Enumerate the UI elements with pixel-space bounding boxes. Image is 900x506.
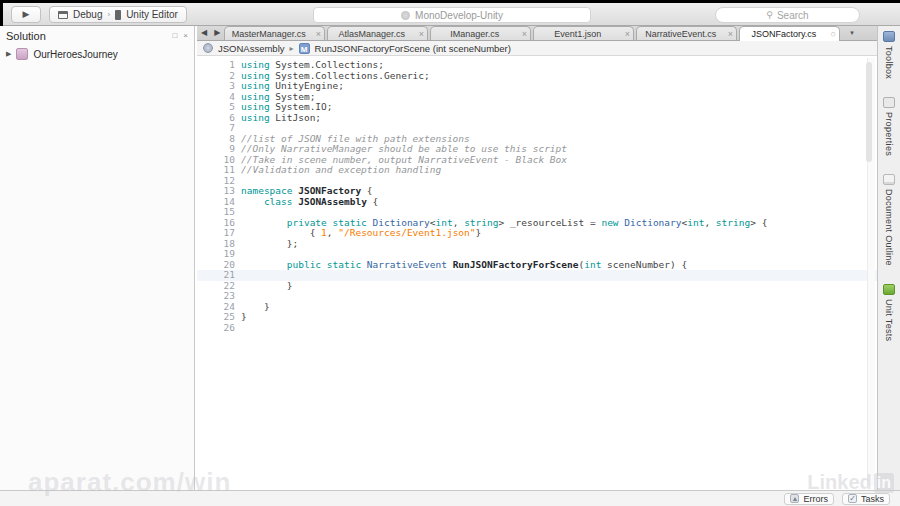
properties-icon — [883, 97, 895, 108]
search-input[interactable]: ⚲ Search — [715, 7, 860, 23]
solution-panel-title: Solution — [6, 30, 46, 42]
run-button[interactable]: ▶ — [11, 6, 41, 23]
tab-narrativeevent-cs[interactable]: NarrativeEvent.cs× — [636, 26, 737, 40]
dock-tab-document-outline[interactable]: Document Outline — [883, 174, 895, 266]
line-text: //Validation and exception handling — [241, 165, 441, 176]
line-number: 3 — [197, 81, 235, 92]
tasks-pad-button[interactable]: ✓ Tasks — [842, 493, 890, 505]
status-bar: ▲ Errors ✓ Tasks — [0, 490, 900, 506]
line-text: }; — [241, 239, 298, 250]
breadcrumb: JSONAssembly ▸ M RunJSONFactoryForScene … — [197, 41, 877, 56]
code-line: 21 — [197, 270, 877, 281]
app-title: MonoDevelop-Unity — [415, 10, 503, 21]
line-number: 15 — [197, 207, 235, 218]
tab-jsonfactory-cs[interactable]: JSONFactory.cs○ — [739, 26, 840, 41]
tab-label[interactable]: Event1.json — [534, 29, 621, 39]
tab-close-icon[interactable]: × — [724, 29, 736, 39]
tab-event1-json[interactable]: Event1.json× — [533, 26, 634, 40]
tab-label[interactable]: MasterManager.cs — [225, 29, 312, 39]
code-line: 6using LitJson; — [197, 113, 877, 124]
tab-close-icon[interactable]: × — [312, 29, 324, 39]
solution-panel-header: Solution □ × — [0, 26, 194, 45]
tab-bar-tabs: MasterManager.cs×AtlasManager.cs×IManage… — [224, 26, 842, 40]
line-number: 5 — [197, 102, 235, 113]
dock-tab-label[interactable]: Toolbox — [884, 46, 894, 79]
method-icon: M — [299, 43, 310, 54]
search-icon: ⚲ — [766, 10, 773, 20]
nav-back-button[interactable]: ◀ — [201, 28, 207, 37]
tab-label[interactable]: NarrativeEvent.cs — [637, 29, 724, 39]
device-icon — [115, 10, 121, 20]
code-line: 23 — [197, 291, 877, 302]
unit-tests-icon — [883, 284, 895, 295]
code-line: 24 } — [197, 302, 877, 313]
line-number: 7 — [197, 123, 235, 134]
document-outline-icon — [883, 174, 895, 185]
code-line: 25} — [197, 312, 877, 323]
breadcrumb-assembly[interactable]: JSONAssembly — [218, 43, 285, 54]
line-number: 19 — [197, 249, 235, 260]
dock-tab-label[interactable]: Properties — [884, 112, 894, 156]
tab-close-icon[interactable]: × — [621, 29, 633, 39]
errors-pad-button[interactable]: ▲ Errors — [784, 493, 834, 505]
close-panel-icon[interactable]: × — [183, 31, 188, 40]
scrollbar-thumb[interactable] — [866, 62, 872, 162]
editor-scrollbar[interactable] — [867, 58, 875, 486]
line-text: } — [241, 281, 292, 292]
tab-overflow-button[interactable]: ▾ — [844, 26, 860, 40]
errors-label: Errors — [803, 494, 828, 504]
dock-tab-unit-tests[interactable]: Unit Tests — [883, 284, 895, 341]
check-icon: ✓ — [848, 494, 857, 503]
code-line: 22 } — [197, 281, 877, 292]
assembly-icon — [203, 43, 213, 53]
solution-tree-item[interactable]: ▶ OurHeroesJourney — [0, 45, 194, 60]
document-tab-bar: ◀ ▶ MasterManager.cs×AtlasManager.cs×IMa… — [197, 26, 877, 41]
toolbox-icon — [883, 31, 895, 42]
line-text: public static NarrativeEvent RunJSONFact… — [241, 260, 687, 271]
project-icon — [16, 48, 28, 60]
breadcrumb-member[interactable]: RunJSONFactoryForScene (int sceneNumber) — [315, 43, 511, 54]
tab-label[interactable]: IManager.cs — [431, 29, 518, 39]
tab-label[interactable]: AtlasManager.cs — [328, 29, 415, 39]
line-text: using LitJson; — [241, 113, 321, 124]
dock-tab-toolbox[interactable]: Toolbox — [883, 31, 895, 79]
monodevelop-window: ▶ Debug › Unity Editor MonoDevelop-Unity… — [0, 0, 900, 506]
tab-label[interactable]: JSONFactory.cs — [740, 29, 827, 39]
tab-modified-icon[interactable]: ○ — [827, 29, 839, 39]
breadcrumb-separator-icon: ▸ — [290, 44, 294, 53]
editor-area: ◀ ▶ MasterManager.cs×AtlasManager.cs×IMa… — [197, 26, 877, 490]
dock-tab-label[interactable]: Unit Tests — [884, 299, 894, 341]
nav-forward-button[interactable]: ▶ — [214, 28, 220, 37]
line-number: 13 — [197, 186, 235, 197]
tab-close-icon[interactable]: × — [415, 29, 427, 39]
tab-close-icon[interactable]: × — [518, 29, 530, 39]
code-lines: 1using System.Collections;2using System.… — [197, 60, 877, 333]
tasks-label: Tasks — [861, 494, 884, 504]
dock-icon[interactable]: □ — [172, 31, 177, 40]
expander-icon[interactable]: ▶ — [6, 50, 11, 58]
play-icon: ▶ — [23, 9, 30, 19]
tab-imanager-cs[interactable]: IManager.cs× — [430, 26, 531, 40]
run-target-label[interactable]: Unity Editor — [126, 9, 178, 20]
window-icon — [58, 11, 68, 19]
line-text: class JSONAssembly { — [241, 197, 378, 208]
tab-atlasmanager-cs[interactable]: AtlasManager.cs× — [327, 26, 428, 40]
code-line: 14 class JSONAssembly { — [197, 197, 877, 208]
line-number: 23 — [197, 291, 235, 302]
project-name-label[interactable]: OurHeroesJourney — [33, 49, 117, 60]
line-number: 21 — [197, 270, 235, 281]
main-toolbar: ▶ Debug › Unity Editor MonoDevelop-Unity… — [3, 3, 900, 26]
status-title-field: MonoDevelop-Unity — [313, 7, 591, 23]
dock-tab-properties[interactable]: Properties — [883, 97, 895, 156]
code-editor[interactable]: 1using System.Collections;2using System.… — [197, 56, 877, 490]
debug-config-label[interactable]: Debug — [73, 9, 102, 20]
code-line: 18 }; — [197, 239, 877, 250]
search-placeholder: Search — [777, 10, 809, 21]
tab-mastermanager-cs[interactable]: MasterManager.cs× — [224, 26, 325, 40]
line-text: } — [241, 312, 247, 323]
build-configuration-selector[interactable]: Debug › Unity Editor — [49, 6, 187, 23]
line-number: 9 — [197, 144, 235, 155]
dock-tab-label[interactable]: Document Outline — [884, 189, 894, 266]
line-number: 25 — [197, 312, 235, 323]
right-dock-strip: ToolboxPropertiesDocument OutlineUnit Te… — [877, 26, 900, 490]
